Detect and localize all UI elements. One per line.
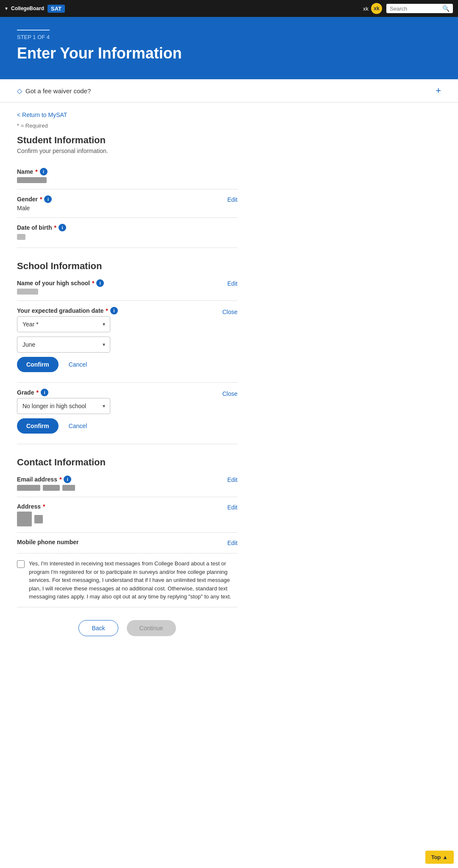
grade-info-icon[interactable]: i (41, 389, 48, 396)
gender-info-icon[interactable]: i (44, 195, 52, 203)
school-name-required-star: * (92, 280, 94, 287)
grade-label-text: Grade (17, 389, 34, 396)
sms-checkbox[interactable] (17, 560, 25, 568)
name-blur-1 (17, 177, 47, 183)
email-blur-2 (43, 485, 60, 491)
nav-right: xk xk 🔍 (363, 3, 453, 14)
grade-field-header: Grade * i Close (17, 389, 237, 398)
student-section-title: Student Information (17, 135, 237, 146)
graduation-month-wrapper: January February March April May June Ju… (17, 337, 110, 353)
user-initials-text: xk (363, 6, 369, 12)
sms-checkbox-row: Yes, I'm interested in receiving text me… (17, 554, 237, 607)
email-edit-button[interactable]: Edit (227, 476, 237, 483)
school-name-edit-button[interactable]: Edit (227, 279, 237, 287)
graduation-field-row: Your expected graduation date * i Close … (17, 301, 237, 383)
fee-waiver-bar[interactable]: ◇ Got a fee waiver code? + (0, 79, 458, 103)
address-label: Address * (17, 503, 227, 510)
address-field-left: Address * (17, 503, 227, 526)
graduation-cancel-button[interactable]: Cancel (69, 361, 87, 368)
phone-label: Mobile phone number (17, 539, 227, 545)
top-navigation: ▾ CollegeBoard SAT xk xk 🔍 (0, 0, 458, 17)
grade-dropdown-wrapper: No longer in high school 9th Grade 10th … (17, 398, 110, 414)
main-content: < Return to MySAT * = Required Student I… (0, 103, 254, 679)
user-avatar[interactable]: xk (371, 3, 382, 14)
grade-required-star: * (36, 389, 38, 396)
address-field-row: Address * Edit (17, 497, 237, 533)
search-input[interactable] (390, 6, 441, 12)
email-required-star: * (59, 476, 61, 483)
name-info-icon[interactable]: i (40, 168, 47, 175)
gender-field-left: Gender * i Male (17, 195, 227, 211)
graduation-info-icon[interactable]: i (110, 307, 118, 314)
email-blur-1 (17, 485, 40, 491)
grade-label: Grade * i (17, 389, 48, 396)
dob-value (17, 234, 25, 240)
avatar-initials: xk (374, 6, 379, 11)
school-name-field-row: Name of your high school * i Edit (17, 273, 237, 301)
name-required-star: * (35, 168, 37, 175)
sms-checkbox-text: Yes, I'm interested in receiving text me… (29, 559, 237, 601)
dob-info-icon[interactable]: i (59, 224, 66, 231)
user-badge: xk xk (363, 3, 382, 14)
dob-label: Date of birth * i (17, 224, 237, 231)
nav-left: ▾ CollegeBoard SAT (5, 5, 65, 13)
school-name-label-text: Name of your high school (17, 280, 90, 287)
graduation-expanded: Year * 2020 2021 2022 2023 2024 2025 202… (17, 316, 110, 376)
contact-section-title: Contact Information (17, 457, 237, 468)
dob-label-text: Date of birth (17, 224, 52, 231)
address-edit-button[interactable]: Edit (227, 503, 237, 511)
phone-edit-button[interactable]: Edit (227, 539, 237, 546)
graduation-buttons: Confirm Cancel (17, 357, 110, 372)
nav-dropdown-arrow[interactable]: ▾ (5, 6, 8, 11)
student-section-subtitle: Confirm your personal information. (17, 147, 237, 154)
gender-label-text: Gender (17, 196, 38, 203)
school-name-info-icon[interactable]: i (96, 279, 104, 287)
email-label-text: Email address (17, 476, 57, 483)
gender-field-row: Gender * i Male Edit (17, 189, 237, 218)
grade-cancel-button[interactable]: Cancel (69, 423, 87, 429)
graduation-year-select[interactable]: Year * 2020 2021 2022 2023 2024 2025 202… (17, 316, 110, 332)
address-required-star: * (43, 503, 45, 510)
bottom-navigation: Back Continue (17, 607, 237, 653)
graduation-month-select[interactable]: January February March April May June Ju… (17, 337, 110, 353)
fee-waiver-left: ◇ Got a fee waiver code? (17, 87, 91, 95)
grade-confirm-button[interactable]: Confirm (17, 418, 59, 434)
email-blur-3 (62, 485, 75, 491)
grade-expanded: No longer in high school 9th Grade 10th … (17, 398, 110, 438)
school-name-label: Name of your high school * i (17, 279, 227, 287)
fee-waiver-expand-icon[interactable]: + (436, 85, 441, 96)
name-label-text: Name (17, 168, 33, 175)
phone-label-text: Mobile phone number (17, 539, 78, 545)
gender-edit-button[interactable]: Edit (227, 195, 237, 203)
dob-field-left: Date of birth * i (17, 224, 237, 242)
graduation-close-button[interactable]: Close (222, 308, 237, 315)
name-label: Name * i (17, 168, 237, 175)
phone-field-left: Mobile phone number (17, 539, 227, 547)
grade-field-row: Grade * i Close No longer in high school… (17, 383, 237, 444)
grade-select[interactable]: No longer in high school 9th Grade 10th … (17, 398, 110, 414)
step-label: STEP 1 OF 4 (17, 30, 50, 40)
grade-close-button[interactable]: Close (222, 389, 237, 397)
graduation-confirm-button[interactable]: Confirm (17, 357, 59, 372)
return-link[interactable]: < Return to MySAT (17, 111, 67, 118)
gender-value: Male (17, 205, 227, 211)
gender-label: Gender * i (17, 195, 227, 203)
name-field-left: Name * i (17, 168, 237, 183)
school-name-value (17, 289, 38, 295)
gender-required-star: * (40, 196, 42, 203)
search-icon[interactable]: 🔍 (442, 5, 450, 12)
address-label-text: Address (17, 503, 41, 510)
grade-buttons: Confirm Cancel (17, 418, 110, 434)
school-section-title: School Information (17, 261, 237, 272)
sat-badge: SAT (47, 5, 65, 13)
email-label: Email address * i (17, 476, 227, 483)
continue-button[interactable]: Continue (127, 620, 176, 636)
back-button[interactable]: Back (78, 620, 118, 636)
email-field-left: Email address * i (17, 476, 227, 491)
email-info-icon[interactable]: i (64, 476, 71, 483)
dob-required-star: * (54, 224, 56, 231)
graduation-label: Your expected graduation date * i (17, 307, 118, 314)
dob-field-row: Date of birth * i (17, 218, 237, 248)
diamond-icon: ◇ (17, 87, 22, 95)
graduation-label-text: Your expected graduation date (17, 307, 103, 314)
